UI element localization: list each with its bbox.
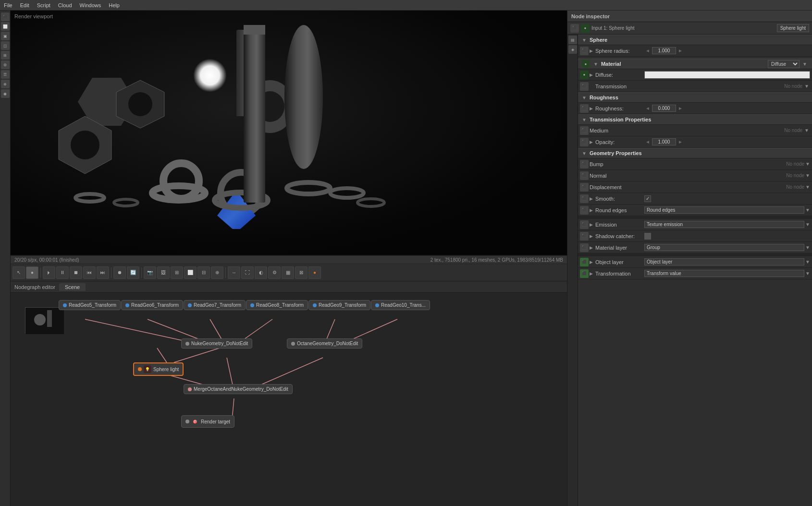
toolbar-export[interactable]: ▦ xyxy=(282,266,294,279)
menu-script[interactable]: Script xyxy=(37,2,50,8)
toolbar-paste[interactable]: ⊕ xyxy=(211,266,223,279)
roughness-header-label: Roughness xyxy=(590,95,618,100)
menu-cloud[interactable]: Cloud xyxy=(58,2,72,8)
toolbar-dot[interactable]: ● xyxy=(26,266,38,279)
menu-file[interactable]: File xyxy=(4,2,12,8)
toolbar-frame[interactable]: ⬜ xyxy=(184,266,197,279)
roughness-expand: ▶ xyxy=(590,106,594,111)
roughness-left-arrow[interactable]: ◄ xyxy=(644,106,651,111)
node-readgeo6[interactable]: ReadGeo6_Transform xyxy=(121,300,183,310)
toolbar-grid[interactable]: ⊞ xyxy=(171,266,183,279)
shadow-catcher-label: Shadow catcher: xyxy=(595,233,643,239)
node-rendertarget[interactable]: 🎯 Render target xyxy=(181,415,234,428)
sidebar-icon-2[interactable]: ⬜ xyxy=(1,22,10,31)
section-geometry-props[interactable]: ▼ Geometry Properties xyxy=(578,148,812,158)
roughness-arrow: ▼ xyxy=(582,95,587,100)
sphere-radius-value[interactable]: 1.000 xyxy=(652,47,676,54)
node-dot xyxy=(375,303,379,307)
transmission-icon: ⬛ xyxy=(580,82,589,91)
toolbar-img[interactable]: 🖼 xyxy=(157,266,170,279)
normal-nonode: No node xyxy=(639,173,804,178)
sidebar-icon-8[interactable]: ⊕ xyxy=(1,80,10,88)
toolbar-cursor[interactable]: ↖ xyxy=(12,266,25,279)
diffuse-color-swatch[interactable] xyxy=(644,71,810,79)
menu-bar: File Edit Script Cloud Windows Help xyxy=(0,0,812,11)
side-icon-1[interactable]: ▤ xyxy=(568,36,577,44)
transformation-arrow: ▼ xyxy=(805,271,810,276)
right-panel: Node inspector ⬛ ● Input 1: Sphere light… xyxy=(567,11,812,506)
svg-point-13 xyxy=(114,199,138,206)
sphere-right-arrow[interactable]: ► xyxy=(677,48,684,53)
smooth-checkbox[interactable]: ✓ xyxy=(644,195,651,202)
shadow-catcher-icon: ⬛ xyxy=(580,232,589,241)
opacity-right-arrow[interactable]: ► xyxy=(677,139,684,145)
toolbar-play[interactable]: ⏵ xyxy=(43,266,55,279)
material-layer-expand: ▶ xyxy=(590,245,594,250)
side-icon-2[interactable]: ◈ xyxy=(568,45,577,54)
toolbar-cam[interactable]: 📷 xyxy=(144,266,156,279)
toolbar-pause[interactable]: ⏸ xyxy=(56,266,69,279)
section-transmission-props[interactable]: ▼ Transmission Properties xyxy=(578,114,812,125)
node-canvas[interactable]: ReadGeo5_Transform ReadGeo6_Transform Re… xyxy=(11,293,567,506)
node-nukegeometry[interactable]: NukeGeometry_DoNotEdit xyxy=(181,338,252,349)
toolbar-color[interactable]: ● xyxy=(308,266,321,279)
node-dot xyxy=(291,342,295,346)
toolbar-split[interactable]: ◐ xyxy=(255,266,267,279)
sidebar-icon-4[interactable]: ◫ xyxy=(1,41,10,50)
render-viewport: Render viewport xyxy=(11,11,567,255)
toolbar-move[interactable]: ↔ xyxy=(228,266,240,279)
toolbar-rec[interactable]: ⏺ xyxy=(113,266,126,279)
node-spherelight[interactable]: 💡 Sphere light xyxy=(133,362,184,376)
node-merge[interactable]: MergeOctaneAndNukeGeometry_DoNotEdit xyxy=(184,384,293,394)
svg-rect-18 xyxy=(47,310,52,327)
shadow-catcher-checkbox[interactable] xyxy=(644,233,651,240)
viewport-canvas[interactable] xyxy=(11,11,567,255)
toolbar-stop[interactable]: ⏹ xyxy=(70,266,82,279)
prop-bump: ⬛ Bump No node ▼ xyxy=(578,158,812,170)
toolbar-loop[interactable]: 🔄 xyxy=(127,266,139,279)
roughness-right-arrow[interactable]: ► xyxy=(677,106,684,111)
toolbar-connect[interactable]: ⊠ xyxy=(295,266,308,279)
opacity-left-arrow[interactable]: ◄ xyxy=(644,139,651,145)
menu-help[interactable]: Help xyxy=(109,2,120,8)
node-readgeo5[interactable]: ReadGeo5_Transform xyxy=(59,300,121,310)
toolbar-full[interactable]: ⛶ xyxy=(241,266,254,279)
material-layer-value: Group xyxy=(644,244,804,251)
node-readgeo7[interactable]: ReadGeo7_Transform xyxy=(184,300,246,310)
sidebar-icon-5[interactable]: ⊞ xyxy=(1,51,10,60)
roughness-value[interactable]: 0.000 xyxy=(652,105,676,112)
material-layer-icon: ⬛ xyxy=(580,243,589,252)
toolbar-settings[interactable]: ⚙ xyxy=(268,266,281,279)
prop-medium: ⬛ Medium No node ▼ xyxy=(578,125,812,136)
node-readgeo8[interactable]: ReadGeo8_Transform xyxy=(246,300,308,310)
sphere-arrow: ▼ xyxy=(582,37,587,43)
menu-edit[interactable]: Edit xyxy=(20,2,29,8)
node-dot xyxy=(63,303,67,307)
sidebar-icon-3[interactable]: ▣ xyxy=(1,32,10,40)
opacity-value[interactable]: 1.000 xyxy=(652,138,676,145)
toolbar-fwd[interactable]: ⏭ xyxy=(97,266,109,279)
svg-line-30 xyxy=(174,348,220,362)
toolbar-back[interactable]: ⏮ xyxy=(83,266,96,279)
node-readgeo10[interactable]: ReadGeo10_Trans... xyxy=(371,300,430,310)
sidebar-icon-6[interactable]: ⚙ xyxy=(1,60,10,69)
toolbar-copy[interactable]: ⊟ xyxy=(197,266,210,279)
section-sphere[interactable]: ▼ Sphere xyxy=(578,35,812,45)
node-octanegeometry[interactable]: OctaneGeometry_DoNotEdit xyxy=(287,338,362,349)
displacement-label: Displacement xyxy=(590,184,638,190)
material-type-dropdown[interactable]: Diffuse Glossy Specular xyxy=(768,60,800,68)
scene-tab[interactable]: Scene xyxy=(59,283,86,291)
section-roughness[interactable]: ▼ Roughness xyxy=(578,92,812,103)
emission-expand: ▶ xyxy=(590,222,594,227)
sidebar-icon-7[interactable]: ☰ xyxy=(1,70,10,79)
object-layer-label: Object layer xyxy=(595,259,643,265)
node-readgeo9[interactable]: ReadGeo9_Transform xyxy=(308,300,370,310)
sphere-left-arrow[interactable]: ◄ xyxy=(644,48,651,53)
section-material[interactable]: ● ▼ Material Diffuse Glossy Specular ▼ xyxy=(578,59,812,69)
sidebar-icon-9[interactable]: ◉ xyxy=(1,89,10,98)
trans-props-label: Transmission Properties xyxy=(590,117,651,122)
menu-windows[interactable]: Windows xyxy=(80,2,101,8)
sphere-light-icon: 💡 xyxy=(144,365,151,373)
sidebar-icon-1[interactable]: ⬛ xyxy=(1,12,10,21)
object-layer-icon: ⬛ xyxy=(580,258,589,266)
